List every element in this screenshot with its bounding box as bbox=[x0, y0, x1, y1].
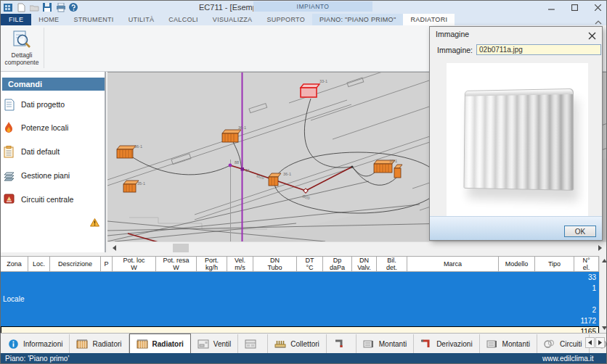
circuits-icon bbox=[544, 339, 555, 349]
radiator-glyph[interactable] bbox=[117, 146, 136, 158]
scroll-up-icon[interactable] bbox=[600, 257, 607, 265]
tab-radiatori[interactable]: RADIATORI bbox=[403, 14, 455, 25]
command-sidebar: Comandi Dati progetto Potenze locali Dat… bbox=[1, 72, 106, 252]
radiator-icon bbox=[76, 339, 88, 349]
sheet-tab-ventil[interactable]: Ventil bbox=[191, 334, 238, 353]
riser-icon bbox=[486, 339, 498, 349]
room-label: 36-1 bbox=[238, 125, 246, 130]
pipe-node[interactable] bbox=[241, 167, 245, 171]
tab-visualizza[interactable]: VISUALIZZA bbox=[205, 14, 260, 25]
info-icon bbox=[7, 339, 19, 349]
sheet-tab-bar: Informazioni Radiatori Radiatori Ventil … bbox=[1, 333, 607, 353]
scroll-right-icon[interactable] bbox=[595, 244, 605, 252]
radiators-table: Zona Loc. Descrizione P Pot. locW Pot. r… bbox=[1, 256, 599, 333]
sheet-scroll-left-icon[interactable] bbox=[585, 337, 595, 348]
col-header: Loc. bbox=[28, 256, 50, 272]
fancoil-icon bbox=[197, 339, 209, 349]
sheet-tab-montanti[interactable]: Montanti bbox=[357, 334, 414, 353]
tab-utilita[interactable]: UTILITÀ bbox=[121, 14, 162, 25]
radiator-glyph[interactable] bbox=[394, 165, 402, 178]
col-header: Pot. resaW bbox=[156, 256, 197, 272]
ok-button[interactable]: OK bbox=[564, 226, 596, 237]
sidebar-header: Comandi bbox=[2, 78, 105, 91]
radiator-icon bbox=[137, 339, 148, 349]
sidebar-item-dati-progetto[interactable]: Dati progetto bbox=[4, 97, 103, 112]
scroll-left-icon[interactable] bbox=[109, 244, 119, 252]
new-file-icon[interactable] bbox=[17, 3, 26, 12]
col-header: Tipo bbox=[535, 256, 574, 272]
room-label: 35-1 bbox=[137, 181, 145, 186]
maximize-icon[interactable] bbox=[567, 2, 582, 13]
node-label: 91 bbox=[245, 168, 250, 173]
sidebar-item-circuiti-centrale[interactable]: Circuiti centrale bbox=[4, 192, 103, 207]
selected-room-label: 33-1 bbox=[319, 79, 327, 83]
sidebar-item-potenze-locali[interactable]: Potenze locali bbox=[4, 120, 103, 135]
scroll-down-icon[interactable] bbox=[600, 324, 607, 332]
dialog-footer: OK bbox=[430, 216, 602, 240]
col-header: DNTubo bbox=[253, 256, 297, 272]
junction-node[interactable] bbox=[351, 165, 353, 167]
warning-icon bbox=[90, 217, 99, 226]
sheet-tab-derivazioni[interactable]: Derivazioni bbox=[414, 334, 479, 353]
ribbon-tab-bar: FILE HOME STRUMENTI UTILITÀ CALCOLI VISU… bbox=[1, 14, 455, 25]
sheet-tab-pipe[interactable] bbox=[327, 334, 357, 353]
app-logo-icon[interactable] bbox=[4, 3, 13, 12]
scrollbar-thumb[interactable] bbox=[173, 244, 189, 252]
riser-node[interactable] bbox=[229, 164, 232, 167]
col-header: N°el. bbox=[574, 256, 599, 272]
quick-access-toolbar bbox=[4, 2, 78, 13]
sheet-tab-collettori[interactable]: Collettori bbox=[268, 334, 326, 353]
tab-strumenti[interactable]: STRUMENTI bbox=[66, 14, 121, 25]
sheet-tab-montanti-2[interactable]: Montanti bbox=[480, 334, 537, 353]
central-circuit-icon bbox=[4, 194, 16, 206]
tab-calcoli[interactable]: CALCOLI bbox=[161, 14, 205, 25]
contextual-tab-group: IMPIANTO bbox=[253, 1, 372, 12]
sheet-tab-radiatori-active[interactable]: Radiatori bbox=[129, 334, 191, 353]
image-filename-input[interactable] bbox=[476, 44, 601, 55]
pipe-bend-gray-icon bbox=[333, 339, 345, 349]
image-preview-box bbox=[447, 63, 588, 218]
tab-supporto[interactable]: SUPPORTO bbox=[259, 14, 312, 25]
save-icon[interactable] bbox=[43, 3, 52, 12]
close-icon[interactable] bbox=[590, 2, 605, 13]
radiator-glyph[interactable] bbox=[222, 130, 241, 142]
col-header: Vel.m/s bbox=[227, 256, 253, 272]
application-window: EC711 - [Esempio] IMPIANTO FILE HOME STR… bbox=[0, 0, 607, 364]
sheet-scroll-right-icon[interactable] bbox=[595, 337, 605, 348]
tab-piano-primo[interactable]: PIANO: "PIANO PRIMO" bbox=[312, 14, 403, 25]
sheet-tab-unit[interactable] bbox=[238, 334, 268, 353]
layers-icon bbox=[4, 170, 16, 182]
col-header: Zona bbox=[1, 256, 28, 272]
selected-radiator-glyph[interactable] bbox=[301, 84, 319, 97]
close-icon[interactable] bbox=[588, 30, 598, 39]
canvas-horizontal-scrollbar[interactable] bbox=[107, 241, 607, 253]
sidebar-item-gestione-piani[interactable]: Gestione piani bbox=[4, 168, 103, 183]
col-header: Pot. locW bbox=[113, 256, 156, 272]
col-header: Bil.det. bbox=[377, 256, 407, 272]
sheet-tab-radiatori[interactable]: Radiatori bbox=[70, 334, 129, 353]
riser-icon bbox=[363, 339, 375, 349]
room-label: 33-1 bbox=[389, 159, 397, 163]
minimize-icon[interactable] bbox=[544, 2, 558, 13]
col-header: DT°C bbox=[297, 256, 323, 272]
collector-icon bbox=[274, 339, 286, 349]
sheet-tab-circuiti[interactable]: Circuiti bbox=[537, 334, 590, 353]
title-bar: EC711 - [Esempio] IMPIANTO FILE HOME STR… bbox=[1, 1, 607, 25]
sheet-tab-informazioni[interactable]: Informazioni bbox=[1, 334, 70, 353]
open-file-icon[interactable] bbox=[30, 3, 39, 12]
sidebar-item-dati-default[interactable]: Dati default bbox=[4, 144, 103, 159]
form-icon bbox=[4, 146, 16, 158]
col-header: Descrizione bbox=[50, 256, 101, 272]
room-label: 36-1 bbox=[134, 144, 142, 149]
collapse-ribbon-icon[interactable] bbox=[595, 15, 605, 24]
table-vertical-scrollbar[interactable] bbox=[599, 256, 607, 333]
tab-file[interactable]: FILE bbox=[1, 14, 31, 25]
col-header: Modello bbox=[499, 256, 535, 272]
col-header: Marca bbox=[407, 256, 499, 272]
tab-home[interactable]: HOME bbox=[31, 14, 66, 25]
dialog-title-bar[interactable]: Immagine bbox=[430, 27, 602, 41]
print-icon[interactable] bbox=[56, 3, 65, 12]
status-website-label: www.edilclima.it bbox=[542, 355, 594, 363]
dettagli-componente-button[interactable]: Dettagli componente bbox=[1, 27, 42, 69]
help-icon[interactable] bbox=[69, 3, 78, 12]
